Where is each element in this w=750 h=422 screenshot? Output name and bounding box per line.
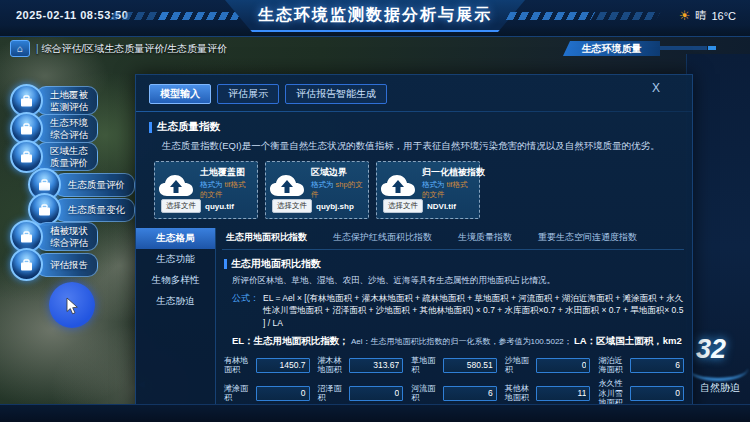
upload-title: 土地覆盖图: [200, 166, 252, 179]
field-input[interactable]: [536, 386, 590, 401]
upload-format-prefix: 格式为: [422, 180, 445, 189]
home-icon: ⌂: [17, 43, 23, 54]
field-input[interactable]: [443, 386, 497, 401]
subtab-habitat-quality[interactable]: 生境质量指数: [458, 231, 512, 244]
field-sand-area: 沙地面积: [505, 356, 591, 374]
sidebar-item-evaluation-report[interactable]: 评估报告: [10, 248, 98, 281]
upload-title: 区域边界: [311, 166, 363, 179]
sidebar-item-label: 区域生态: [50, 145, 88, 157]
field-input[interactable]: [349, 386, 403, 401]
subtab-eco-land-ratio[interactable]: 生态用地面积比指数: [226, 231, 307, 244]
field-input[interactable]: [256, 358, 310, 373]
sidebar-item-label2: 监测评估: [50, 101, 88, 113]
tab-report-generation[interactable]: 评估报告智能生成: [285, 84, 387, 104]
index-content: 生态用地面积比指数 生态保护红线面积比指数 生境质量指数 重要生态空间连通度指数…: [216, 228, 692, 418]
field-input[interactable]: [536, 358, 590, 373]
field-label: 永久性冰川雪地面积: [598, 379, 627, 407]
sidebar-item-label: 生态质量评价: [68, 179, 125, 191]
choose-file-button[interactable]: 选择文件: [383, 199, 423, 213]
tab-model-input[interactable]: 模型输入: [149, 84, 211, 104]
field-input[interactable]: [443, 358, 497, 373]
breadcrumb-path: 综合评估/区域生态质量评价/生态质量评价: [36, 42, 227, 56]
uploaded-filename: NDVI.tif: [427, 202, 456, 211]
sidebar-item-label: 植被现状: [50, 225, 88, 237]
mouse-cursor: [66, 297, 79, 315]
field-input[interactable]: [349, 358, 403, 373]
top-header-bar: 2025-02-11 08:53:50 生态环境监测数据分析与展示 ☀ 晴 16…: [0, 0, 750, 37]
field-input[interactable]: [630, 358, 684, 373]
formula-legend: EL：生态用地面积比指数； Ael：生态用地面积比指数的归一化系数，参考值为10…: [232, 335, 684, 348]
tab-evaluation-display[interactable]: 评估展示: [217, 84, 279, 104]
field-marsh-area: 沼泽面积: [318, 379, 404, 407]
field-label: 沙地面积: [505, 356, 534, 374]
field-label: 湖泊近海面积: [598, 356, 627, 374]
field-glacier-area: 永久性冰川雪地面积: [598, 379, 684, 407]
sun-icon: ☀: [679, 8, 691, 23]
formula-text: EL = Ael × [(有林地面积 + 灌木林地面积 + 疏林地面积 + 草地…: [263, 292, 684, 329]
tab-eco-function[interactable]: 生态功能: [136, 249, 215, 270]
subtab-redline-ratio[interactable]: 生态保护红线面积比指数: [333, 231, 432, 244]
upload-cards: 土地覆盖图 格式为 tif格式的文件 选择文件 quyu.tif 区域边界 格式…: [154, 161, 692, 219]
field-river-area: 河流面积: [411, 379, 497, 407]
field-other-forest-area: 其他林地面积: [505, 379, 591, 407]
formula-label: 公式：: [232, 292, 259, 329]
bottom-decor-bar: [0, 404, 750, 422]
dialog-tabs-divider: [136, 111, 692, 112]
page-title: 生态环境监测数据分析与展示: [258, 5, 492, 26]
legend-ael: Ael：生态用地面积比指数的归一化系数，参考值为100.5022；: [351, 337, 572, 346]
upload-card-ndvi: 归一化植被指数 格式为 tif格式的文件 选择文件 NDVI.tif: [376, 161, 480, 219]
sidebar-item-label: 评估报告: [50, 259, 88, 271]
field-label: 滩涂面积: [224, 384, 253, 402]
uploaded-filename: quybj.shp: [316, 202, 354, 211]
field-label: 有林地面积: [224, 356, 253, 374]
choose-file-button[interactable]: 选择文件: [272, 199, 312, 213]
dialog-main-zone: 生态格局 生态功能 生物多样性 生态胁迫 生态用地面积比指数 生态保护红线面积比…: [136, 228, 692, 418]
big-stat-label: 自然胁迫: [700, 381, 740, 395]
briefcase-icon: [10, 248, 43, 281]
legend-el: EL：生态用地面积比指数；: [232, 335, 349, 346]
tab-eco-stress[interactable]: 生态胁迫: [136, 291, 215, 312]
big-stat-glow-arc: [688, 356, 748, 381]
field-forest-area: 有林地面积: [224, 356, 310, 374]
category-tabs: 生态格局 生态功能 生物多样性 生态胁迫: [136, 228, 216, 418]
formula-block: 公式： EL = Ael × [(有林地面积 + 灌木林地面积 + 疏林地面积 …: [232, 292, 684, 329]
field-input[interactable]: [630, 386, 684, 401]
header-decor-dashes-left: [158, 12, 248, 20]
breadcrumb: ⌂ 综合评估/区域生态质量评价/生态质量评价: [10, 40, 227, 57]
field-label: 草地面积: [411, 356, 440, 374]
upload-format-prefix: 格式为: [200, 180, 223, 189]
sidebar-item-label: 生态环境: [50, 117, 88, 129]
subtab-connectivity[interactable]: 重要生态空间连通度指数: [538, 231, 637, 244]
choose-file-button[interactable]: 选择文件: [161, 199, 201, 213]
home-button[interactable]: ⌂: [10, 40, 30, 57]
tab-eco-environment-quality[interactable]: 生态环境质量: [563, 41, 660, 56]
tab-eco-pattern[interactable]: 生态格局: [136, 228, 215, 249]
section-title-eqi: 生态质量指数: [149, 120, 692, 134]
sidebar-item-label2: 综合评估: [50, 129, 88, 141]
upload-card-land-cover: 土地覆盖图 格式为 tif格式的文件 选择文件 quyu.tif: [154, 161, 258, 219]
field-shrub-area: 灌木林地面积: [318, 356, 404, 374]
field-input[interactable]: [256, 386, 310, 401]
sidebar-item-label2: 质量评价: [50, 157, 88, 169]
close-icon[interactable]: X: [652, 81, 660, 95]
sidebar-item-label: 生态质量变化: [68, 204, 125, 216]
index-subtabs: 生态用地面积比指数 生态保护红线面积比指数 生境质量指数 重要生态空间连通度指数: [222, 228, 684, 250]
field-label: 沼泽面积: [318, 384, 347, 402]
field-label: 其他林地面积: [505, 384, 534, 402]
panel-description: 所评价区林地、草地、湿地、农田、沙地、近海等具有生态属性的用地面积占比情况。: [232, 275, 684, 287]
weather-temperature: 16°C: [711, 10, 736, 22]
field-grassland-area: 草地面积: [411, 356, 497, 374]
title-banner: 生态环境监测数据分析与展示: [225, 0, 525, 32]
header-decor-dashes-right-outer: [596, 12, 661, 20]
legend-la: LA：区域国土面积，km2: [574, 335, 682, 346]
tab-biodiversity[interactable]: 生物多样性: [136, 270, 215, 291]
upload-title: 归一化植被指数: [422, 166, 474, 179]
app-root: 2025-02-11 08:53:50 生态环境监测数据分析与展示 ☀ 晴 16…: [0, 0, 750, 422]
header-decor-dashes-right: [506, 12, 596, 20]
field-tidal-area: 滩涂面积: [224, 379, 310, 407]
right-tab-decor-line: [660, 46, 746, 50]
weather-condition: 晴: [695, 8, 706, 23]
upload-card-region-boundary: 区域边界 格式为 shp的文件 选择文件 quybj.shp: [265, 161, 369, 219]
panel-title: 生态用地面积比指数: [224, 257, 684, 271]
section-desc-eqi: 生态质量指数(EQI)是一个衡量自然生态状况的数值指标，用于表征自然环境污染危害…: [162, 140, 692, 153]
